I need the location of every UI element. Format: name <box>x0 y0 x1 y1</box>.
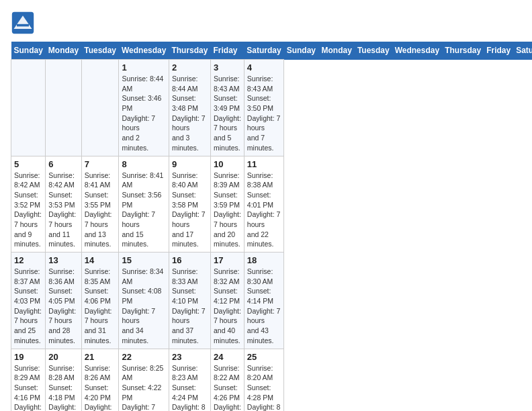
header-tuesday: Tuesday <box>81 42 119 60</box>
calendar-cell-4-4: 22Sunrise: 8:25 AM Sunset: 4:22 PM Dayli… <box>119 349 169 411</box>
day-info: Sunrise: 8:28 AM Sunset: 4:18 PM Dayligh… <box>48 363 78 412</box>
day-info: Sunrise: 8:44 AM Sunset: 3:46 PM Dayligh… <box>122 74 165 153</box>
calendar-cell-3-1: 12Sunrise: 8:37 AM Sunset: 4:03 PM Dayli… <box>11 253 46 349</box>
day-info: Sunrise: 8:41 AM Sunset: 3:55 PM Dayligh… <box>85 171 116 250</box>
header-sunday: Sunday <box>11 42 46 60</box>
day-number: 22 <box>122 352 165 362</box>
day-info: Sunrise: 8:22 AM Sunset: 4:26 PM Dayligh… <box>214 363 241 412</box>
day-number: 8 <box>122 159 165 169</box>
calendar-cell-1-1 <box>11 60 46 156</box>
header-friday: Friday <box>210 42 244 60</box>
day-info: Sunrise: 8:34 AM Sunset: 4:08 PM Dayligh… <box>122 267 165 346</box>
calendar-cell-4-2: 20Sunrise: 8:28 AM Sunset: 4:18 PM Dayli… <box>46 349 81 411</box>
day-info: Sunrise: 8:30 AM Sunset: 4:14 PM Dayligh… <box>247 267 281 346</box>
calendar-cell-4-3: 21Sunrise: 8:26 AM Sunset: 4:20 PM Dayli… <box>81 349 119 411</box>
day-info: Sunrise: 8:35 AM Sunset: 4:06 PM Dayligh… <box>85 267 116 346</box>
day-info: Sunrise: 8:25 AM Sunset: 4:22 PM Dayligh… <box>122 363 165 412</box>
day-info: Sunrise: 8:39 AM Sunset: 3:59 PM Dayligh… <box>214 171 241 250</box>
calendar-cell-2-1: 5Sunrise: 8:42 AM Sunset: 3:52 PM Daylig… <box>11 156 46 253</box>
calendar-cell-4-7: 25Sunrise: 8:20 AM Sunset: 4:28 PM Dayli… <box>244 349 283 411</box>
calendar-header-row: SundayMondayTuesdayWednesdayThursdayFrid… <box>11 42 533 60</box>
logo-icon <box>11 11 35 35</box>
calendar-week-2: 5Sunrise: 8:42 AM Sunset: 3:52 PM Daylig… <box>11 156 533 253</box>
calendar-week-1: 1Sunrise: 8:44 AM Sunset: 3:46 PM Daylig… <box>11 60 533 156</box>
calendar-week-3: 12Sunrise: 8:37 AM Sunset: 4:03 PM Dayli… <box>11 253 533 349</box>
day-info: Sunrise: 8:23 AM Sunset: 4:24 PM Dayligh… <box>172 363 208 412</box>
day-info: Sunrise: 8:43 AM Sunset: 3:50 PM Dayligh… <box>247 74 281 153</box>
calendar-cell-1-2 <box>46 60 81 156</box>
calendar-cell-4-1: 19Sunrise: 8:29 AM Sunset: 4:16 PM Dayli… <box>11 349 46 411</box>
day-number: 7 <box>85 159 116 169</box>
day-number: 13 <box>48 255 78 265</box>
day-info: Sunrise: 8:26 AM Sunset: 4:20 PM Dayligh… <box>85 363 116 412</box>
header-wednesday: Wednesday <box>119 42 169 60</box>
day-info: Sunrise: 8:42 AM Sunset: 3:53 PM Dayligh… <box>48 171 78 250</box>
day-number: 18 <box>247 255 281 265</box>
calendar-table: SundayMondayTuesdayWednesdayThursdayFrid… <box>11 42 532 411</box>
calendar-cell-4-6: 24Sunrise: 8:22 AM Sunset: 4:26 PM Dayli… <box>210 349 244 411</box>
day-number: 24 <box>214 352 241 362</box>
day-number: 2 <box>172 62 208 73</box>
page-header <box>11 11 521 35</box>
header-friday: Friday <box>484 42 513 60</box>
calendar-cell-1-4: 1Sunrise: 8:44 AM Sunset: 3:46 PM Daylig… <box>119 60 169 156</box>
calendar-cell-3-5: 16Sunrise: 8:33 AM Sunset: 4:10 PM Dayli… <box>169 253 210 349</box>
calendar-cell-3-4: 15Sunrise: 8:34 AM Sunset: 4:08 PM Dayli… <box>119 253 169 349</box>
day-number: 19 <box>14 352 42 362</box>
calendar-cell-2-7: 11Sunrise: 8:38 AM Sunset: 4:01 PM Dayli… <box>244 156 283 253</box>
day-info: Sunrise: 8:32 AM Sunset: 4:12 PM Dayligh… <box>214 267 241 346</box>
day-number: 1 <box>122 62 165 73</box>
day-info: Sunrise: 8:40 AM Sunset: 3:58 PM Dayligh… <box>172 171 208 250</box>
calendar-cell-1-3 <box>81 60 119 156</box>
calendar-cell-1-6: 3Sunrise: 8:43 AM Sunset: 3:49 PM Daylig… <box>210 60 244 156</box>
calendar-cell-1-7: 4Sunrise: 8:43 AM Sunset: 3:50 PM Daylig… <box>244 60 283 156</box>
header-wednesday: Wednesday <box>392 42 442 60</box>
calendar-cell-3-7: 18Sunrise: 8:30 AM Sunset: 4:14 PM Dayli… <box>244 253 283 349</box>
day-info: Sunrise: 8:41 AM Sunset: 3:56 PM Dayligh… <box>122 171 165 250</box>
day-number: 20 <box>48 352 78 362</box>
day-number: 14 <box>85 255 116 265</box>
day-info: Sunrise: 8:37 AM Sunset: 4:03 PM Dayligh… <box>14 267 42 346</box>
day-number: 23 <box>172 352 208 362</box>
day-number: 9 <box>172 159 208 169</box>
calendar-cell-2-5: 9Sunrise: 8:40 AM Sunset: 3:58 PM Daylig… <box>169 156 210 253</box>
calendar-cell-2-2: 6Sunrise: 8:42 AM Sunset: 3:53 PM Daylig… <box>46 156 81 253</box>
day-info: Sunrise: 8:43 AM Sunset: 3:49 PM Dayligh… <box>214 74 241 153</box>
header-tuesday: Tuesday <box>355 42 392 60</box>
day-info: Sunrise: 8:44 AM Sunset: 3:48 PM Dayligh… <box>172 74 208 153</box>
day-number: 5 <box>14 159 42 169</box>
logo <box>11 11 38 35</box>
day-info: Sunrise: 8:29 AM Sunset: 4:16 PM Dayligh… <box>14 363 42 412</box>
day-info: Sunrise: 8:33 AM Sunset: 4:10 PM Dayligh… <box>172 267 208 346</box>
day-number: 12 <box>14 255 42 265</box>
day-number: 3 <box>214 62 241 73</box>
header-saturday: Saturday <box>513 42 532 60</box>
header-sunday: Sunday <box>284 42 319 60</box>
svg-rect-2 <box>17 24 29 27</box>
header-saturday: Saturday <box>244 42 283 60</box>
day-info: Sunrise: 8:42 AM Sunset: 3:52 PM Dayligh… <box>14 171 42 250</box>
calendar-week-4: 19Sunrise: 8:29 AM Sunset: 4:16 PM Dayli… <box>11 349 533 411</box>
day-number: 11 <box>247 159 281 169</box>
day-number: 25 <box>247 352 281 362</box>
header-monday: Monday <box>319 42 355 60</box>
calendar-cell-3-6: 17Sunrise: 8:32 AM Sunset: 4:12 PM Dayli… <box>210 253 244 349</box>
calendar-cell-3-3: 14Sunrise: 8:35 AM Sunset: 4:06 PM Dayli… <box>81 253 119 349</box>
calendar-cell-3-2: 13Sunrise: 8:36 AM Sunset: 4:05 PM Dayli… <box>46 253 81 349</box>
calendar-cell-2-4: 8Sunrise: 8:41 AM Sunset: 3:56 PM Daylig… <box>119 156 169 253</box>
day-number: 16 <box>172 255 208 265</box>
calendar-cell-2-3: 7Sunrise: 8:41 AM Sunset: 3:55 PM Daylig… <box>81 156 119 253</box>
day-info: Sunrise: 8:38 AM Sunset: 4:01 PM Dayligh… <box>247 171 281 250</box>
day-info: Sunrise: 8:36 AM Sunset: 4:05 PM Dayligh… <box>48 267 78 346</box>
day-number: 21 <box>85 352 116 362</box>
header-monday: Monday <box>46 42 81 60</box>
header-thursday: Thursday <box>442 42 484 60</box>
day-number: 17 <box>214 255 241 265</box>
day-number: 15 <box>122 255 165 265</box>
day-number: 10 <box>214 159 241 169</box>
calendar-cell-4-5: 23Sunrise: 8:23 AM Sunset: 4:24 PM Dayli… <box>169 349 210 411</box>
day-number: 6 <box>48 159 78 169</box>
day-info: Sunrise: 8:20 AM Sunset: 4:28 PM Dayligh… <box>247 363 281 412</box>
calendar-cell-2-6: 10Sunrise: 8:39 AM Sunset: 3:59 PM Dayli… <box>210 156 244 253</box>
day-number: 4 <box>247 62 281 73</box>
